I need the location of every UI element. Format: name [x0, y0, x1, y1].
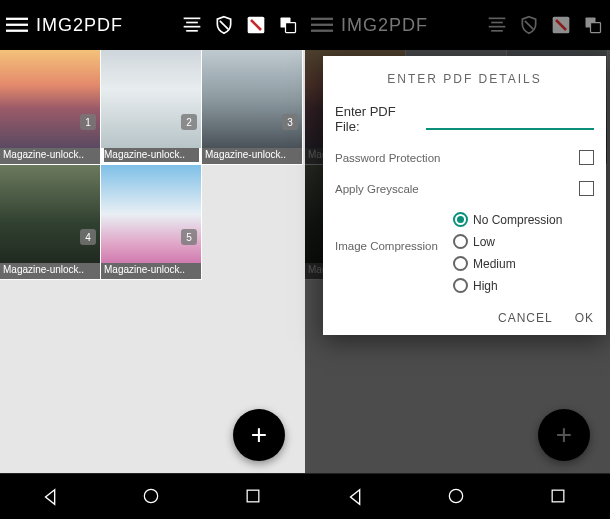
- app-bar: IMG2PDF: [0, 0, 305, 50]
- recent-icon[interactable]: [548, 486, 570, 508]
- svg-rect-13: [311, 18, 333, 20]
- svg-rect-1: [6, 24, 28, 26]
- thumbnail-image: 5: [101, 165, 201, 263]
- cancel-button[interactable]: CANCEL: [498, 311, 553, 325]
- svg-rect-25: [552, 490, 564, 502]
- thumbnail-caption: Magazine-unlock..: [101, 148, 201, 164]
- svg-rect-19: [491, 30, 503, 32]
- home-icon[interactable]: [446, 486, 468, 508]
- thumbnail-caption: Magazine-unlock..: [0, 263, 100, 279]
- password-row: Password Protection: [335, 150, 594, 165]
- compression-option[interactable]: High: [453, 278, 562, 293]
- app-title: IMG2PDF: [36, 15, 173, 36]
- app-bar: IMG2PDF: [305, 0, 610, 50]
- shield-icon: [518, 14, 540, 36]
- pdf-filename-input[interactable]: [426, 108, 594, 130]
- radio-icon: [453, 212, 468, 227]
- hamburger-icon[interactable]: [6, 14, 28, 36]
- thumbnail-grid: 1Magazine-unlock..2Magazine-unlock..3Mag…: [0, 50, 305, 280]
- thumbnail-index: 4: [80, 229, 96, 245]
- svg-rect-15: [311, 30, 333, 32]
- dialog-title: ENTER PDF DETAILS: [335, 72, 594, 86]
- copy-icon[interactable]: [277, 14, 299, 36]
- radio-icon: [453, 234, 468, 249]
- back-icon[interactable]: [345, 486, 367, 508]
- file-row: Enter PDF File:: [335, 104, 594, 134]
- thumbnail-caption: Magazine-unlock..: [101, 263, 201, 279]
- thumbnail[interactable]: 5Magazine-unlock..: [101, 165, 202, 280]
- thumbnail-caption: Magazine-unlock..: [0, 148, 100, 164]
- dialog-actions: CANCEL OK: [335, 311, 594, 325]
- svg-rect-18: [489, 26, 506, 28]
- greyscale-checkbox[interactable]: [579, 181, 594, 196]
- align-icon[interactable]: [181, 14, 203, 36]
- pdf-icon: [550, 14, 572, 36]
- svg-rect-0: [6, 18, 28, 20]
- compression-option[interactable]: No Compression: [453, 212, 562, 227]
- radio-label: Medium: [473, 257, 516, 271]
- shield-icon[interactable]: [213, 14, 235, 36]
- svg-rect-23: [591, 23, 601, 33]
- svg-line-7: [220, 21, 228, 29]
- android-navbar: [305, 473, 610, 519]
- thumbnail[interactable]: 1Magazine-unlock..: [0, 50, 101, 165]
- svg-rect-5: [184, 26, 201, 28]
- svg-rect-17: [491, 22, 503, 24]
- recent-icon[interactable]: [243, 486, 265, 508]
- thumbnail[interactable]: 3Magazine-unlock..: [202, 50, 303, 165]
- pdf-details-dialog: ENTER PDF DETAILS Enter PDF File: Passwo…: [323, 56, 606, 335]
- thumbnail[interactable]: 2Magazine-unlock..: [101, 50, 202, 165]
- greyscale-row: Apply Greyscale: [335, 181, 594, 196]
- fab-add-button[interactable]: +: [233, 409, 285, 461]
- thumbnail-image: 3: [202, 50, 302, 148]
- svg-rect-2: [6, 30, 28, 32]
- svg-rect-14: [311, 24, 333, 26]
- radio-label: No Compression: [473, 213, 562, 227]
- svg-rect-12: [247, 490, 259, 502]
- toolbar-icons: [486, 14, 604, 36]
- gallery-content: 1Magazine-unlock..2Magazine-unlock..3Mag…: [0, 50, 305, 473]
- svg-rect-4: [186, 22, 198, 24]
- pdf-icon[interactable]: [245, 14, 267, 36]
- ok-button[interactable]: OK: [575, 311, 594, 325]
- svg-point-24: [450, 489, 463, 502]
- password-label: Password Protection: [335, 152, 455, 164]
- android-navbar: [0, 473, 305, 519]
- hamburger-icon: [311, 14, 333, 36]
- thumbnail-index: 5: [181, 229, 197, 245]
- compression-options: No CompressionLowMediumHigh: [453, 212, 562, 293]
- thumbnail-image: 4: [0, 165, 100, 263]
- file-label: Enter PDF File:: [335, 104, 420, 134]
- radio-icon: [453, 256, 468, 271]
- svg-rect-6: [186, 30, 198, 32]
- greyscale-label: Apply Greyscale: [335, 183, 455, 195]
- radio-icon: [453, 278, 468, 293]
- compression-row: Image Compression No CompressionLowMediu…: [335, 212, 594, 293]
- password-checkbox[interactable]: [579, 150, 594, 165]
- app-title: IMG2PDF: [341, 15, 478, 36]
- svg-rect-16: [489, 18, 506, 20]
- align-icon: [486, 14, 508, 36]
- thumbnail-index: 1: [80, 114, 96, 130]
- svg-rect-3: [184, 18, 201, 20]
- compression-option[interactable]: Medium: [453, 256, 562, 271]
- compression-option[interactable]: Low: [453, 234, 562, 249]
- thumbnail[interactable]: 4Magazine-unlock..: [0, 165, 101, 280]
- thumbnail-image: 2: [101, 50, 201, 148]
- copy-icon: [582, 14, 604, 36]
- radio-label: Low: [473, 235, 495, 249]
- screen-gallery: IMG2PDF 1Magazine-unlock..2Magazine-unlo…: [0, 0, 305, 519]
- thumbnail-caption: Magazine-unlock..: [202, 148, 302, 164]
- screen-dialog: IMG2PDF 1Magazine-unlock..2Magazine-unlo…: [305, 0, 610, 519]
- back-icon[interactable]: [40, 486, 62, 508]
- svg-line-20: [525, 21, 533, 29]
- thumbnail-image: 1: [0, 50, 100, 148]
- svg-rect-10: [286, 23, 296, 33]
- thumbnail-index: 3: [282, 114, 298, 130]
- toolbar-icons: [181, 14, 299, 36]
- svg-point-11: [145, 489, 158, 502]
- radio-label: High: [473, 279, 498, 293]
- compression-label: Image Compression: [335, 240, 445, 252]
- home-icon[interactable]: [141, 486, 163, 508]
- thumbnail-index: 2: [181, 114, 197, 130]
